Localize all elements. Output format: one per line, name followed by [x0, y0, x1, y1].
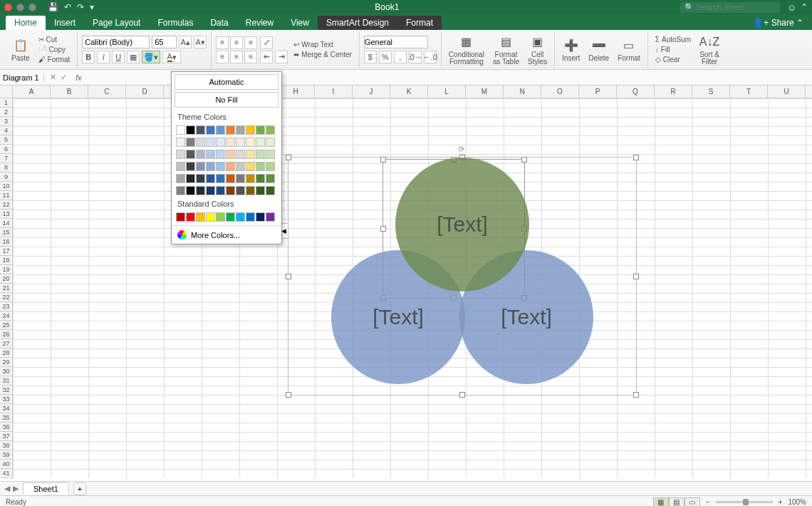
row-header[interactable]: 29	[0, 358, 12, 367]
tab-smartart-design[interactable]: SmartArt Design	[318, 16, 397, 30]
color-swatch[interactable]	[236, 150, 245, 159]
ribbon-options-icon[interactable]: ⌃	[801, 2, 808, 12]
column-header[interactable]: N	[504, 86, 541, 98]
row-header[interactable]: 28	[0, 348, 12, 358]
color-swatch[interactable]	[236, 186, 245, 195]
row-header[interactable]: 9	[0, 172, 12, 182]
row-header[interactable]: 38	[0, 441, 12, 450]
row-header[interactable]: 3	[0, 117, 12, 126]
row-header[interactable]: 19	[0, 265, 12, 274]
minimize-window-button[interactable]	[16, 4, 24, 11]
cell-styles-button[interactable]: ▣Cell Styles	[525, 33, 550, 67]
fx-label[interactable]: fx	[73, 73, 85, 82]
fill-color-button[interactable]: 🪣▾	[142, 51, 160, 63]
color-swatch[interactable]	[246, 150, 255, 159]
decrease-indent-button[interactable]: ⇤	[260, 51, 273, 63]
resize-handle-se[interactable]	[633, 392, 639, 398]
color-swatch[interactable]	[196, 186, 205, 195]
color-swatch[interactable]	[236, 125, 245, 135]
row-header[interactable]: 13	[0, 210, 12, 219]
venn-circle-top[interactable]: [Text]	[395, 158, 529, 291]
row-header[interactable]: 6	[0, 145, 12, 154]
copy-button[interactable]: 📄 Copy	[36, 45, 73, 54]
paste-button[interactable]: 📋 Paste	[9, 36, 33, 63]
venn-text-top[interactable]: [Text]	[437, 212, 488, 237]
column-header[interactable]: M	[466, 86, 504, 98]
color-swatch[interactable]	[206, 125, 215, 135]
tab-insert[interactable]: Insert	[46, 16, 84, 30]
zoom-thumb[interactable]	[743, 499, 749, 505]
color-swatch[interactable]	[196, 138, 205, 147]
column-header[interactable]: S	[692, 86, 730, 98]
row-header[interactable]: 31	[0, 376, 12, 386]
select-all-corner[interactable]	[0, 86, 13, 98]
column-header[interactable]: A	[13, 86, 51, 98]
column-header[interactable]: P	[579, 86, 617, 98]
no-fill-button[interactable]: No Fill	[175, 92, 279, 108]
inner-handle-nw[interactable]	[380, 157, 386, 162]
resize-handle-ne[interactable]	[633, 155, 639, 160]
page-break-view-button[interactable]: ▭	[685, 497, 700, 507]
tab-formulas[interactable]: Formulas	[149, 16, 202, 30]
color-swatch[interactable]	[236, 212, 245, 222]
align-bottom-right[interactable]: ≡	[244, 51, 257, 63]
color-swatch[interactable]	[226, 174, 235, 183]
color-swatch[interactable]	[186, 138, 195, 147]
cut-button[interactable]: ✂ Cut	[36, 35, 73, 44]
color-swatch[interactable]	[236, 162, 245, 171]
resize-handle-s[interactable]	[459, 392, 465, 398]
resize-handle-w[interactable]	[286, 274, 291, 279]
tab-home[interactable]: Home	[6, 16, 46, 30]
color-swatch[interactable]	[216, 212, 225, 222]
inner-handle-ne[interactable]	[521, 157, 527, 162]
sort-filter-button[interactable]: A↓ZSort & Filter	[697, 33, 722, 67]
row-header[interactable]: 26	[0, 330, 12, 339]
row-header[interactable]: 32	[0, 386, 12, 395]
color-swatch[interactable]	[266, 174, 275, 183]
color-swatch[interactable]	[176, 174, 185, 183]
color-swatch[interactable]	[226, 150, 235, 159]
row-header[interactable]: 8	[0, 163, 12, 172]
font-color-button[interactable]: A▾	[162, 51, 181, 63]
resize-handle-nw[interactable]	[286, 155, 291, 160]
save-icon[interactable]: 💾	[48, 2, 58, 12]
color-swatch[interactable]	[256, 174, 265, 183]
maximize-window-button[interactable]	[28, 4, 36, 11]
tab-data[interactable]: Data	[202, 16, 236, 30]
color-swatch[interactable]	[206, 174, 215, 183]
column-header[interactable]: I	[315, 86, 353, 98]
color-swatch[interactable]	[176, 162, 185, 171]
align-top-right[interactable]: ≡	[244, 36, 257, 49]
align-top-left[interactable]: ≡	[216, 36, 229, 49]
sheet-nav-next-icon[interactable]: ▶	[13, 484, 19, 493]
row-header[interactable]: 2	[0, 108, 12, 117]
font-size-select[interactable]	[152, 36, 177, 48]
color-swatch[interactable]	[266, 125, 275, 135]
increase-font-button[interactable]: A▴	[179, 36, 192, 48]
more-colors-button[interactable]: More Colors...	[172, 225, 281, 244]
color-swatch[interactable]	[216, 138, 225, 147]
insert-cells-button[interactable]: ➕Insert	[559, 36, 583, 63]
row-header[interactable]: 14	[0, 219, 12, 228]
decrease-decimal-button[interactable]: ←.0	[424, 51, 437, 63]
row-header[interactable]: 12	[0, 200, 12, 210]
color-swatch[interactable]	[196, 174, 205, 183]
row-header[interactable]: 11	[0, 191, 12, 200]
undo-icon[interactable]: ↶	[64, 2, 71, 12]
column-header[interactable]: J	[353, 86, 390, 98]
color-swatch[interactable]	[226, 125, 235, 135]
row-header[interactable]: 21	[0, 284, 12, 293]
color-swatch[interactable]	[236, 174, 245, 183]
color-swatch[interactable]	[186, 186, 195, 195]
format-cells-button[interactable]: ▭Format	[615, 36, 643, 63]
color-swatch[interactable]	[246, 138, 255, 147]
color-swatch[interactable]	[196, 125, 205, 135]
sheet-tab-1[interactable]: Sheet1	[23, 482, 69, 495]
venn-text-right[interactable]: [Text]	[501, 305, 552, 329]
column-header[interactable]: C	[88, 86, 126, 98]
inner-handle-w[interactable]	[380, 226, 386, 232]
row-header[interactable]: 15	[0, 228, 12, 237]
number-format-select[interactable]	[364, 36, 428, 48]
row-header[interactable]: 22	[0, 293, 12, 302]
normal-view-button[interactable]: ▦	[653, 497, 669, 507]
